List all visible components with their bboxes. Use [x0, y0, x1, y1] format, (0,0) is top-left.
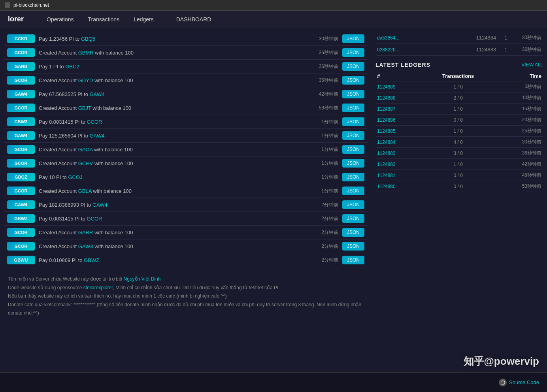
tx-ops: 1: [502, 47, 510, 53]
ledger-id[interactable]: 1124888: [375, 92, 421, 104]
op-badge[interactable]: GCOR: [7, 48, 35, 57]
json-button[interactable]: JSON: [342, 131, 364, 140]
op-highlight-link[interactable]: GDYD: [78, 77, 93, 83]
op-highlight-link[interactable]: GAOA: [78, 147, 93, 153]
json-button[interactable]: JSON: [342, 228, 364, 237]
json-button[interactable]: JSON: [342, 90, 364, 98]
json-button[interactable]: JSON: [342, 173, 364, 181]
ledger-id[interactable]: 1124886: [375, 115, 421, 126]
op-highlight-link[interactable]: GAW4: [90, 91, 105, 97]
op-highlight-link[interactable]: GAW3: [78, 243, 93, 249]
json-button[interactable]: JSON: [342, 256, 364, 264]
json-button[interactable]: JSON: [342, 34, 364, 43]
json-button[interactable]: JSON: [342, 187, 364, 195]
ledger-id[interactable]: 1124884: [375, 137, 421, 148]
op-badge[interactable]: GDQZ: [7, 173, 35, 181]
ledger-transactions: 1 / 0: [421, 104, 495, 115]
operation-row: GAW4Pay 182.8386993 PI to GAW42分钟前JSON: [4, 198, 368, 212]
ledger-time: 5秒钟前: [495, 81, 543, 92]
json-button[interactable]: JSON: [342, 104, 364, 112]
op-time: 2分钟前: [311, 243, 338, 250]
ledger-row: 11248851 / 025秒钟前: [375, 126, 543, 137]
ledger-row: 11248844 / 030秒钟前: [375, 137, 543, 148]
op-description: Pay 0.0031415 PI to GCOR: [39, 119, 307, 125]
op-badge[interactable]: GCOR: [7, 76, 35, 85]
op-highlight-link[interactable]: GCHV: [78, 160, 93, 166]
json-button[interactable]: JSON: [342, 200, 364, 209]
op-highlight-link[interactable]: GCOR: [87, 119, 102, 125]
footer-opensource-link[interactable]: stellarexplorer: [83, 285, 113, 290]
op-description: Pay 1 PI to GBC2: [39, 64, 307, 70]
op-highlight-link[interactable]: GARR: [78, 230, 93, 236]
nav-ledgers[interactable]: Ledgers: [126, 11, 161, 28]
json-button[interactable]: JSON: [342, 159, 364, 168]
ledger-id[interactable]: 1124881: [375, 170, 421, 181]
json-button[interactable]: JSON: [342, 117, 364, 126]
op-highlight-link[interactable]: GAW4: [92, 202, 108, 208]
op-time: 2分钟前: [311, 229, 338, 236]
transaction-row: 028822b...1124883136秒钟前: [375, 44, 543, 56]
ledger-id[interactable]: 1124880: [375, 181, 421, 192]
op-highlight-link[interactable]: GBC2: [65, 64, 79, 70]
op-highlight-link[interactable]: GBJT: [78, 105, 91, 111]
json-button[interactable]: JSON: [342, 76, 364, 85]
op-highlight-link[interactable]: GBLA: [78, 188, 92, 194]
source-code-link[interactable]: ⬡ Source Code: [499, 379, 539, 386]
footer-sponsor-link[interactable]: Nguyễn Việt Dinh: [124, 276, 161, 282]
ledger-transactions: 0 / 0: [421, 170, 495, 181]
op-badge[interactable]: GCOR: [7, 242, 35, 251]
op-time: 2分钟前: [311, 257, 338, 264]
ledger-row: 11248821 / 042秒钟前: [375, 159, 543, 170]
tx-hash[interactable]: 028822b...: [377, 47, 470, 53]
ledger-id[interactable]: 1124883: [375, 148, 421, 159]
footer-line2: Code website sử dụng opensource: [8, 285, 83, 290]
op-description: Pay 182.8386993 PI to GAW4: [39, 202, 307, 208]
json-button[interactable]: JSON: [342, 214, 364, 223]
json-button[interactable]: JSON: [342, 242, 364, 251]
operations-list: GCKRPay 1.23456 PI to GBQ530秒钟前JSONGCORC…: [4, 32, 368, 267]
bottom-bar: ⬡ Source Code: [0, 372, 547, 392]
ledger-time: 53秒钟前: [495, 181, 543, 192]
op-highlight-link[interactable]: GAW4: [90, 133, 105, 139]
ledger-transactions: 3 / 0: [421, 148, 495, 159]
op-highlight-link[interactable]: GBMR: [78, 50, 94, 56]
ledger-id[interactable]: 1124889: [375, 81, 421, 92]
ledger-row: 11248891 / 05秒钟前: [375, 81, 543, 92]
op-badge[interactable]: GCOR: [7, 104, 35, 112]
ledgers-section: LATEST LEDGERS VIEW ALL # Transactions T…: [375, 62, 543, 192]
nav-operations[interactable]: Operations: [40, 11, 81, 28]
op-badge[interactable]: GCOR: [7, 145, 35, 154]
ledger-time: 30秒钟前: [495, 137, 543, 148]
op-badge[interactable]: GBWU: [7, 256, 35, 264]
op-highlight-link[interactable]: GBWZ: [84, 257, 99, 263]
json-button[interactable]: JSON: [342, 62, 364, 71]
op-badge[interactable]: GBWZ: [7, 214, 35, 223]
op-badge[interactable]: GCOR: [7, 159, 35, 168]
op-badge[interactable]: GAW4: [7, 90, 35, 98]
op-highlight-link[interactable]: GCOR: [87, 216, 102, 222]
tx-hash[interactable]: da53864...: [377, 35, 470, 41]
op-highlight-link[interactable]: GBQ5: [81, 36, 95, 42]
ledger-id[interactable]: 1124882: [375, 159, 421, 170]
op-badge[interactable]: GBWZ: [7, 117, 35, 126]
ledger-id[interactable]: 1124885: [375, 126, 421, 137]
operation-row: GCORCreated Account GCHV with balance 10…: [4, 156, 368, 170]
op-badge[interactable]: GCKR: [7, 34, 35, 43]
nav-transactions[interactable]: Transactions: [81, 11, 127, 28]
op-badge[interactable]: GANB: [7, 62, 35, 71]
json-button[interactable]: JSON: [342, 145, 364, 154]
main-container: GCKRPay 1.23456 PI to GBQ530秒钟前JSONGCORC…: [0, 28, 547, 353]
view-all-link[interactable]: VIEW ALL: [521, 62, 543, 68]
op-badge[interactable]: GAW4: [7, 200, 35, 209]
ledger-id[interactable]: 1124887: [375, 104, 421, 115]
operation-row: GBWZPay 0.0031415 PI to GCOR1分钟前JSON: [4, 115, 368, 129]
op-badge[interactable]: GAW4: [7, 131, 35, 140]
op-badge[interactable]: GCOR: [7, 187, 35, 195]
nav-dashboard[interactable]: DASHBOARD: [169, 16, 219, 23]
op-time: 1分钟前: [311, 146, 338, 153]
op-time: 36秒钟前: [311, 77, 338, 84]
operation-row: GCORCreated Account GAW3 with balance 10…: [4, 239, 368, 253]
op-highlight-link[interactable]: GCOJ: [68, 174, 82, 180]
json-button[interactable]: JSON: [342, 48, 364, 57]
op-badge[interactable]: GCOR: [7, 228, 35, 237]
